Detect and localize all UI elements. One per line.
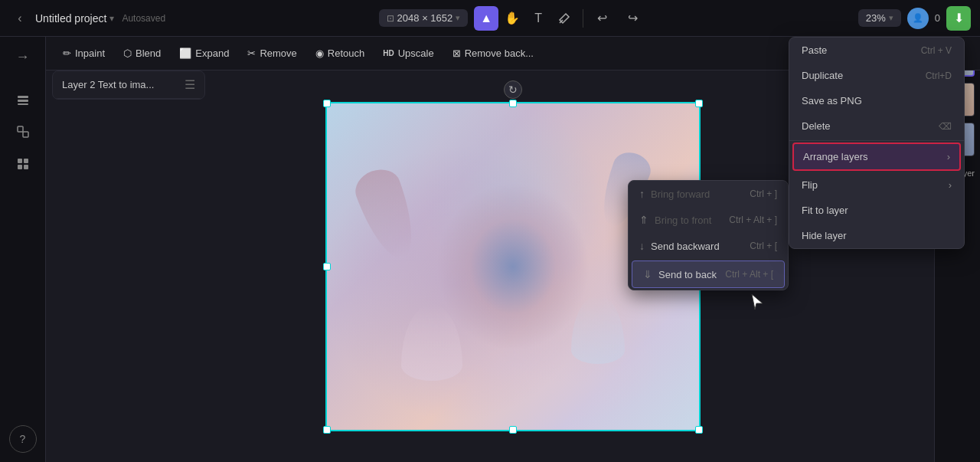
zoom-button[interactable]: 23% ▾ (858, 9, 901, 27)
menu-divider (789, 140, 964, 141)
user-avatar[interactable]: 👤 (907, 8, 929, 29)
handle-top-mid[interactable] (509, 100, 517, 107)
left-sidebar: → ? (0, 37, 46, 462)
remove-button[interactable]: ✂ Remove (240, 44, 304, 63)
topbar: ‹ Untitled project ▾ Autosaved ⊡ 2048 × … (0, 0, 980, 37)
rotate-handle[interactable]: ↻ (504, 80, 522, 99)
right-context-menu: Paste Ctrl + V Duplicate Ctrl+D Save as … (789, 37, 965, 249)
send-to-back-icon: ⇓ (643, 268, 652, 280)
sidebar-layers-button[interactable] (9, 86, 37, 113)
svg-rect-6 (24, 159, 28, 163)
canvas-size-button[interactable]: ⊡ 2048 × 1652 ▾ (379, 9, 469, 27)
blend-button[interactable]: ⬡ Blend (116, 44, 168, 63)
handle-bot-mid[interactable] (509, 426, 517, 434)
handle-bot-right[interactable] (695, 426, 703, 434)
layer-name-label: Layer 2 Text to ima... (62, 79, 154, 90)
arrange-layers-label: Arrange layers (803, 151, 868, 162)
delete-item[interactable]: Delete ⌫ (789, 113, 964, 139)
hand-tool-button[interactable]: ✋ (500, 6, 524, 31)
svg-rect-8 (24, 165, 28, 169)
select-tool-button[interactable]: ▲ (474, 6, 498, 31)
expand-button[interactable]: ⬜ Expand (172, 44, 237, 63)
download-button[interactable]: ⬇ (946, 6, 971, 31)
inpaint-button[interactable]: ✏ Inpaint (55, 44, 113, 63)
bring-forward-item[interactable]: ↑ Bring forward Ctrl + ] (629, 181, 788, 207)
tool-group: ▲ ✋ T (474, 6, 577, 31)
sidebar-expand-button[interactable]: → (9, 43, 37, 70)
svg-rect-1 (18, 100, 28, 102)
arrange-layers-chevron-icon: › (947, 151, 950, 162)
sidebar-assets-button[interactable] (9, 150, 37, 178)
send-to-back-item[interactable]: ⇓ Send to back Ctrl + Alt + [ (632, 260, 785, 288)
remove-back-button[interactable]: ⊠ Remove back... (445, 44, 541, 63)
save-as-png-item[interactable]: Save as PNG (789, 88, 964, 113)
bring-forward-icon: ↑ (639, 188, 645, 200)
send-backward-item[interactable]: ↓ Send backward Ctrl + [ (629, 233, 788, 259)
pen-tool-button[interactable] (552, 6, 577, 31)
arrange-layers-submenu: ↑ Bring forward Ctrl + ] ⇑ Bring to fron… (628, 180, 789, 290)
svg-rect-0 (18, 96, 28, 98)
svg-rect-7 (18, 165, 22, 169)
handle-mid-left[interactable] (323, 263, 331, 270)
paste-item[interactable]: Paste Ctrl + V (789, 38, 964, 63)
handle-top-right[interactable] (695, 100, 703, 107)
topbar-center: ⊡ 2048 × 1652 ▾ ▲ ✋ T ↩ ↪ (172, 6, 852, 31)
arrange-layers-item[interactable]: Arrange layers › (792, 143, 961, 171)
duplicate-item[interactable]: Duplicate Ctrl+D (789, 63, 964, 88)
topbar-left: ‹ Untitled project ▾ Autosaved (9, 8, 165, 29)
layer-panel-menu-icon[interactable]: ☰ (185, 77, 195, 92)
autosaved-label: Autosaved (122, 13, 165, 24)
svg-rect-2 (18, 103, 28, 105)
undo-button[interactable]: ↩ (590, 6, 614, 31)
svg-rect-5 (18, 159, 22, 163)
topbar-right: 23% ▾ 👤 0 ⬇ (858, 6, 971, 31)
project-name[interactable]: Untitled project ▾ (35, 12, 114, 25)
retouch-button[interactable]: ◉ Retouch (308, 44, 372, 63)
bring-to-front-item[interactable]: ⇑ Bring to front Ctrl + Alt + ] (629, 207, 788, 233)
redo-button[interactable]: ↪ (620, 6, 645, 31)
send-backward-icon: ↓ (639, 240, 645, 252)
handle-bot-left[interactable] (323, 426, 331, 434)
svg-rect-4 (23, 132, 28, 137)
text-tool-button[interactable]: T (526, 6, 550, 31)
user-count: 0 (935, 12, 940, 24)
layer-panel: Layer 2 Text to ima... ☰ (52, 70, 205, 100)
divider (583, 9, 583, 28)
sidebar-transform-button[interactable] (9, 118, 37, 146)
back-button[interactable]: ‹ (9, 8, 31, 29)
hide-layer-item[interactable]: Hide layer (789, 223, 964, 248)
handle-top-left[interactable] (323, 100, 331, 107)
upscale-button[interactable]: HD Upscale (375, 44, 441, 63)
help-button[interactable]: ? (9, 425, 37, 453)
layer-panel-header: Layer 2 Text to ima... ☰ (53, 71, 204, 99)
fit-to-layer-item[interactable]: Fit to layer (789, 198, 964, 223)
bring-to-front-icon: ⇑ (639, 214, 648, 226)
flip-item[interactable]: Flip › (789, 172, 964, 198)
svg-rect-3 (18, 126, 23, 132)
flip-chevron-icon: › (949, 179, 952, 191)
